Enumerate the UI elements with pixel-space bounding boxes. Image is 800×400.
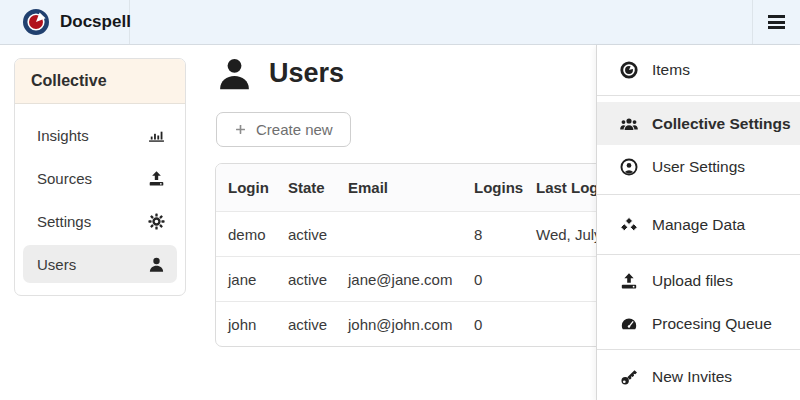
column-header-state: State	[288, 179, 348, 196]
menu-item-upload-files[interactable]: Upload files	[597, 259, 800, 302]
nav-dropdown-menu: Items Collective Settings User Settings …	[596, 45, 800, 400]
menu-item-label: User Settings	[652, 158, 745, 176]
column-header-logins: Logins	[474, 179, 536, 196]
menu-item-label: Upload files	[652, 272, 733, 290]
menu-item-label: Collective Settings	[652, 115, 791, 133]
menu-item-collective-settings[interactable]: Collective Settings	[597, 102, 800, 145]
sidebar-item-insights[interactable]: Insights	[23, 116, 177, 154]
menu-group: Collective Settings User Settings	[597, 96, 800, 194]
cell-state: active	[288, 316, 348, 333]
cell-logins: 0	[474, 271, 536, 288]
sidebar-item-label: Users	[37, 256, 76, 273]
menu-group: Manage Data	[597, 195, 800, 254]
page-title-row: Users	[216, 55, 344, 92]
docspell-app: Docspell Collective Insights Sources Set…	[0, 0, 800, 400]
sidebar-header: Collective	[15, 59, 185, 104]
menu-item-label: Procesing Queue	[652, 315, 772, 333]
sidebar-item-label: Insights	[37, 127, 89, 144]
plus-icon	[234, 123, 247, 136]
column-header-email: Email	[348, 179, 474, 196]
upload-icon	[148, 170, 165, 187]
sidebar-item-sources[interactable]: Sources	[23, 159, 177, 197]
tachometer-icon	[620, 315, 638, 333]
cell-login: demo	[228, 226, 288, 243]
user-circle-icon	[620, 158, 638, 176]
menu-group: Items	[597, 45, 800, 95]
cell-logins: 0	[474, 316, 536, 333]
create-new-label: Create new	[256, 121, 333, 138]
user-icon	[216, 55, 253, 92]
page-title: Users	[269, 58, 344, 89]
menu-item-label: Manage Data	[652, 216, 745, 234]
cell-email: john@john.com	[348, 316, 474, 333]
sidebar-nav: Insights Sources Settings Users	[15, 104, 185, 295]
cubes-icon	[620, 216, 638, 234]
sidebar: Collective Insights Sources Settings Use…	[14, 58, 186, 296]
brand-name: Docspell	[60, 12, 131, 32]
gear-icon	[148, 213, 165, 230]
docspell-logo-icon	[22, 8, 50, 36]
user-icon	[148, 256, 165, 273]
create-new-button[interactable]: Create new	[216, 112, 351, 147]
bar-chart-icon	[148, 127, 165, 144]
menu-item-new-invites[interactable]: New Invites	[597, 355, 800, 398]
menu-item-label: New Invites	[652, 368, 732, 386]
cell-login: john	[228, 316, 288, 333]
logo-circle-icon	[620, 61, 638, 79]
topbar-spacer	[130, 0, 752, 44]
menu-item-items[interactable]: Items	[597, 48, 800, 91]
cell-login: jane	[228, 271, 288, 288]
menu-item-manage-data[interactable]: Manage Data	[597, 203, 800, 246]
hamburger-icon	[768, 12, 785, 31]
menu-toggle-button[interactable]	[752, 0, 800, 44]
menu-item-user-settings[interactable]: User Settings	[597, 145, 800, 188]
brand-home-link[interactable]: Docspell	[0, 0, 130, 44]
menu-item-processing-queue[interactable]: Procesing Queue	[597, 302, 800, 345]
users-group-icon	[620, 115, 638, 133]
cell-state: active	[288, 226, 348, 243]
sidebar-item-settings[interactable]: Settings	[23, 202, 177, 240]
cell-logins: 8	[474, 226, 536, 243]
sidebar-item-users[interactable]: Users	[23, 245, 177, 283]
cell-state: active	[288, 271, 348, 288]
sidebar-item-label: Sources	[37, 170, 92, 187]
topbar: Docspell	[0, 0, 800, 45]
cell-email: jane@jane.com	[348, 271, 474, 288]
upload-icon	[620, 272, 638, 290]
sidebar-item-label: Settings	[37, 213, 91, 230]
menu-item-label: Items	[652, 61, 690, 79]
key-icon	[620, 368, 638, 386]
menu-group: New Invites	[597, 350, 800, 398]
column-header-login: Login	[228, 179, 288, 196]
menu-group: Upload files Procesing Queue	[597, 255, 800, 349]
